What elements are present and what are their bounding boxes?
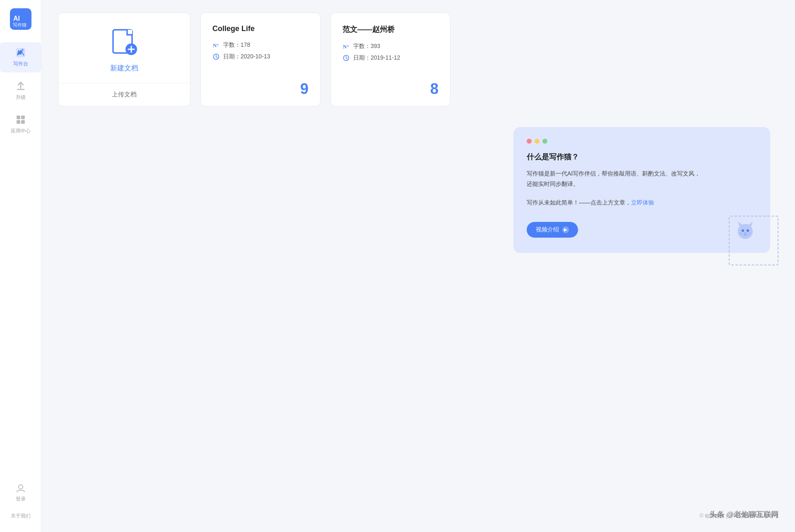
svg-point-20 — [747, 229, 749, 232]
svg-text:写作猫: 写作猫 — [13, 22, 26, 27]
wordcount-icon-2: N° — [342, 43, 350, 50]
doc-card-header-2: 范文——赵州桥 N° 字数：393 — [342, 24, 438, 62]
doc-wordcount-label-1: 字数：178 — [223, 41, 250, 49]
app-logo-icon: AI 写作猫 — [10, 8, 31, 30]
dot-green — [542, 139, 547, 144]
info-panel-cta: 写作从未如此简单！——点击上方文章，立即体验 — [527, 197, 757, 208]
svg-text:N°: N° — [343, 43, 349, 50]
sidebar-item-apps[interactable]: 应用中心 — [0, 109, 41, 140]
sidebar-login-item[interactable]: 登录 — [0, 479, 41, 507]
doc-number-2: 8 — [342, 80, 438, 98]
upload-doc-button[interactable]: 上传文档 — [58, 83, 190, 106]
main-content: 新建文档 上传文档 College Life N° 字数：178 — [41, 0, 795, 532]
play-icon: ▶ — [562, 226, 569, 233]
doc-date-label-2: 日期：2019-11-12 — [353, 54, 400, 62]
sidebar-writing-label: 写作台 — [13, 60, 28, 67]
sidebar-apps-label: 应用中心 — [11, 128, 31, 135]
doc-meta-college-life: N° 字数：178 日期：2020-10-13 — [212, 41, 308, 60]
svg-point-21 — [744, 232, 746, 234]
info-panel-body: 写作猫是新一代AI写作伴侣，帮你推敲用语、斟酌文法、改写文风， 还能实时同步翻译… — [527, 169, 757, 189]
doc-meta-date-row-2: 日期：2019-11-12 — [342, 54, 438, 62]
sidebar-bottom: 登录 关于我们 — [0, 479, 41, 524]
clock-icon-1 — [212, 53, 220, 60]
info-panel: 什么是写作猫？ 写作猫是新一代AI写作伴侣，帮你推敲用语、斟酌文法、改写文风， … — [513, 127, 770, 253]
svg-rect-4 — [17, 116, 20, 119]
doc-card-college-life[interactable]: College Life N° 字数：178 — [200, 12, 320, 106]
sidebar-nav: 写作台 升级 应用中心 — [0, 42, 41, 479]
cta-link[interactable]: 立即体验 — [631, 199, 654, 206]
logo-area: AI 写作猫 — [0, 0, 41, 34]
doc-card-header: College Life N° 字数：178 — [212, 24, 308, 60]
svg-text:AI: AI — [13, 15, 20, 22]
svg-rect-7 — [21, 120, 25, 124]
doc-meta-date-row: 日期：2020-10-13 — [212, 53, 308, 60]
new-doc-card[interactable]: 新建文档 上传文档 — [58, 12, 190, 106]
new-doc-top: 新建文档 — [58, 13, 190, 83]
info-panel-title: 什么是写作猫？ — [527, 152, 757, 162]
video-intro-button[interactable]: 视频介绍 ▶ — [527, 222, 578, 238]
doc-meta-wordcount-row-2: N° 字数：393 — [342, 43, 438, 50]
svg-point-8 — [19, 485, 23, 489]
doc-meta-wordcount-row: N° 字数：178 — [212, 41, 308, 49]
svg-rect-5 — [21, 116, 25, 119]
doc-card-fanwen[interactable]: 范文——赵州桥 N° 字数：393 — [330, 12, 450, 106]
dot-red — [527, 139, 532, 144]
svg-rect-6 — [17, 120, 20, 124]
writing-icon — [15, 47, 26, 58]
clock-icon-2 — [342, 54, 350, 62]
footer-text: © 秘塔科技 | 沪ICP备18046118号-2 — [700, 513, 778, 519]
cta-text: 写作从未如此简单！——点击上方文章， — [527, 199, 631, 206]
sidebar-login-label: 登录 — [16, 496, 26, 503]
svg-rect-10 — [127, 30, 132, 35]
doc-title-college-life: College Life — [212, 24, 308, 33]
sidebar: AI 写作猫 写作台 — [0, 0, 41, 532]
footer: © 秘塔科技 | 沪ICP备18046118号-2 — [58, 496, 778, 524]
sidebar-about-item[interactable]: 关于我们 — [0, 508, 41, 524]
svg-point-16 — [738, 224, 753, 239]
upgrade-icon — [15, 81, 26, 91]
sidebar-upgrade-label: 升级 — [16, 94, 26, 101]
doc-wordcount-label-2: 字数：393 — [353, 43, 380, 50]
doc-title-fanwen: 范文——赵州桥 — [342, 24, 438, 34]
video-btn-label: 视频介绍 — [536, 226, 559, 234]
cards-row: 新建文档 上传文档 College Life N° 字数：178 — [58, 12, 778, 106]
new-doc-label: 新建文档 — [110, 63, 138, 73]
apps-icon — [15, 114, 26, 125]
svg-point-19 — [742, 229, 744, 232]
info-panel-wrapper: 什么是写作猫？ 写作猫是新一代AI写作伴侣，帮你推敲用语、斟酌文法、改写文风， … — [58, 127, 778, 253]
login-icon — [15, 483, 26, 493]
doc-meta-fanwen: N° 字数：393 日期：2019-11-12 — [342, 43, 438, 62]
dot-yellow — [535, 139, 540, 144]
cat-mascot-icon — [734, 218, 757, 241]
doc-number-1: 9 — [212, 80, 308, 98]
sidebar-item-writing[interactable]: 写作台 — [0, 42, 41, 72]
sidebar-item-upgrade[interactable]: 升级 — [0, 76, 41, 106]
doc-date-label-1: 日期：2020-10-13 — [223, 53, 270, 60]
wordcount-icon: N° — [212, 41, 220, 49]
info-panel-footer: 视频介绍 ▶ — [527, 218, 757, 241]
sidebar-about-label: 关于我们 — [11, 513, 31, 520]
window-dots — [527, 139, 757, 144]
new-doc-icon — [110, 28, 139, 57]
svg-text:N°: N° — [213, 42, 219, 48]
